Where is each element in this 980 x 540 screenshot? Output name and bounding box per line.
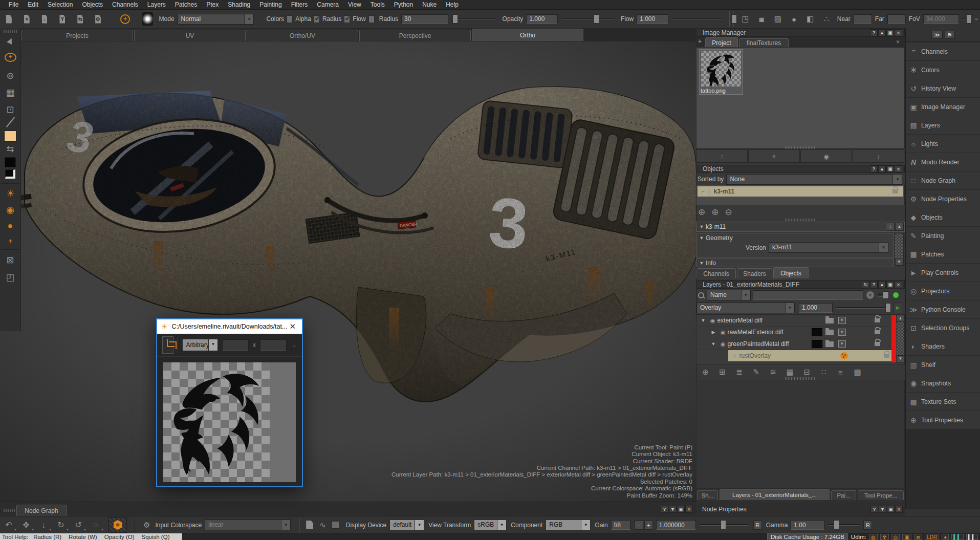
- layer-search-input[interactable]: [753, 290, 863, 300]
- udim-square-icon[interactable]: ▣: [902, 534, 911, 540]
- sidebar-item-node-properties[interactable]: Node Properties: [906, 190, 980, 208]
- menu-tools[interactable]: Tools: [366, 1, 389, 8]
- gain-slider[interactable]: [700, 524, 749, 526]
- add-adjustment-icon[interactable]: ✎: [748, 368, 765, 377]
- branch-icon[interactable]: Y: [59, 15, 65, 24]
- menu-edit[interactable]: Edit: [23, 1, 43, 8]
- layer-lock-icon[interactable]: [875, 342, 880, 346]
- project-settings-icon[interactable]: ⚙: [95, 15, 101, 24]
- sidebar-item-painting[interactable]: Painting: [906, 227, 980, 245]
- image-thumbnail-tattoo[interactable]: tattoo.png: [699, 49, 743, 95]
- image-tab-finaltextures[interactable]: finalTextures: [739, 38, 789, 47]
- dialog-close-icon[interactable]: ✕: [287, 322, 298, 331]
- add-section-button[interactable]: +: [886, 223, 895, 231]
- patches-icon[interactable]: ▨: [774, 14, 781, 24]
- memory-bars-icon[interactable]: ▍▍: [966, 534, 978, 540]
- help-icon[interactable]: [870, 29, 878, 36]
- active-tool-indicator[interactable]: [108, 517, 127, 533]
- sidebar-item-modo-render[interactable]: Modo Render: [906, 153, 980, 171]
- spaceship-model[interactable]: 3: [0, 41, 696, 502]
- menu-view[interactable]: View: [343, 1, 366, 8]
- gain-minus-button[interactable]: -: [635, 521, 643, 530]
- mask-thumbnail[interactable]: [838, 317, 846, 324]
- tab-ortho-uv[interactable]: Ortho/UV: [247, 30, 358, 41]
- pin-icon[interactable]: ⚑: [945, 31, 955, 39]
- layers-panel-titlebar[interactable]: Layers - 01_exteriorMaterials_DIFF: [696, 280, 905, 289]
- object-section-header[interactable]: ▼ k3-m11 + ▲: [696, 222, 905, 232]
- lut-file-icon[interactable]: [306, 521, 313, 529]
- view-transform-dropdown[interactable]: sRGB: [474, 520, 507, 530]
- menu-nuke[interactable]: Nuke: [418, 1, 441, 8]
- sidebar-item-history-view[interactable]: History View: [906, 79, 980, 97]
- expand-all-icon[interactable]: ≫: [931, 31, 943, 39]
- sidebar-item-snapshots[interactable]: Snapshots: [906, 374, 980, 392]
- tab-objects[interactable]: Objects: [773, 267, 809, 278]
- close-tab-icon[interactable]: ×: [896, 38, 900, 46]
- transform-tool[interactable]: +: [0, 53, 20, 62]
- sidebar-item-texture-sets[interactable]: Texture Sets: [906, 393, 980, 411]
- stamp-icon[interactable]: ◙: [759, 15, 764, 24]
- add-image-tab-button[interactable]: +: [698, 38, 702, 45]
- gamma-input[interactable]: [791, 520, 824, 530]
- add-paint-layer-icon[interactable]: ⊕: [697, 368, 714, 377]
- foreground-color[interactable]: [0, 131, 20, 142]
- radius-input[interactable]: [401, 14, 448, 24]
- image-manager-titlebar[interactable]: Image Manager: [696, 28, 905, 37]
- udim-drop-icon[interactable]: ●: [942, 534, 949, 540]
- menu-patches[interactable]: Patches: [170, 1, 202, 8]
- unlock-icon[interactable]: [892, 189, 898, 193]
- paint-mode-dropdown[interactable]: Normal: [178, 14, 254, 25]
- add-object-button[interactable]: ⊕: [698, 207, 705, 218]
- dialog-titlebar[interactable]: ☀ C:/Users/emeline.rivault/Downloads/tat…: [157, 319, 302, 334]
- sidebar-item-node-graph[interactable]: Node Graph: [906, 171, 980, 189]
- image-tab-project[interactable]: Project: [705, 37, 738, 47]
- radius-checkbox[interactable]: [344, 15, 350, 23]
- tab-shaders[interactable]: Shaders: [737, 268, 772, 278]
- layer-row-rustOverlay[interactable]: rustOverlay: [728, 350, 891, 362]
- objects-panel-titlebar[interactable]: Objects: [696, 165, 905, 173]
- gain-plus-button[interactable]: +: [644, 521, 653, 530]
- sidebar-item-shelf[interactable]: Shelf: [906, 356, 980, 374]
- gain-reset-button[interactable]: R: [753, 521, 762, 530]
- menu-camera[interactable]: Camera: [312, 1, 343, 8]
- warp-grid-tool[interactable]: ▦: [0, 87, 20, 98]
- sidebar-item-projectors[interactable]: Projectors: [906, 282, 980, 300]
- slice-tool[interactable]: ╱: [0, 117, 20, 128]
- udim-target-icon[interactable]: ◎: [891, 534, 900, 540]
- tab-uv[interactable]: UV: [134, 30, 246, 41]
- blend-mode-dropdown[interactable]: Overlay: [696, 303, 795, 313]
- component-dropdown[interactable]: RGB: [546, 520, 591, 530]
- mask-thumbnail[interactable]: [838, 329, 846, 336]
- float-icon[interactable]: [886, 29, 894, 36]
- new-project-icon[interactable]: [6, 15, 12, 24]
- merge-layers-icon[interactable]: ≋: [765, 368, 781, 377]
- float-icon[interactable]: [677, 506, 685, 513]
- layer-lock-icon[interactable]: [884, 354, 889, 358]
- crop-mode-dropdown[interactable]: Arbitrary: [182, 339, 218, 351]
- node-properties-titlebar[interactable]: Node Properties: [696, 502, 905, 516]
- radius-slider[interactable]: [452, 18, 495, 20]
- close-icon[interactable]: [895, 29, 902, 36]
- filter-field-dropdown[interactable]: Name: [707, 290, 751, 300]
- sidebar-item-lights[interactable]: Lights: [906, 135, 980, 153]
- far-input[interactable]: [887, 14, 906, 24]
- remove-image-button[interactable]: ×: [748, 149, 800, 163]
- merge-icon[interactable]: ⇆: [77, 15, 83, 24]
- flow-input[interactable]: [637, 14, 668, 24]
- preview-image-button[interactable]: ◉: [800, 149, 852, 163]
- tab-layers-mini[interactable]: Layers - 01_exteriorMaterials_...: [720, 489, 830, 500]
- crop-height-input[interactable]: [260, 339, 287, 351]
- layer-thumbnail[interactable]: [812, 328, 822, 336]
- sidebar-item-shaders[interactable]: Shaders: [906, 337, 980, 355]
- input-colorspace-dropdown[interactable]: linear: [205, 520, 291, 530]
- sidebar-item-python-console[interactable]: Python Console: [906, 300, 980, 318]
- sidebar-item-play-controls[interactable]: Play Controls: [906, 264, 980, 282]
- play-reset-icon[interactable]: ▶: [894, 303, 902, 313]
- focus-icon[interactable]: ◌: [89, 521, 102, 530]
- menu-objects[interactable]: Objects: [77, 1, 107, 8]
- menu-ptex[interactable]: Ptex: [202, 1, 223, 8]
- select-tool[interactable]: ►: [0, 35, 20, 46]
- scroll-up-icon[interactable]: ▲: [897, 315, 904, 322]
- lut-checkbox[interactable]: [332, 521, 339, 529]
- swap-colors[interactable]: ⇆: [0, 143, 20, 155]
